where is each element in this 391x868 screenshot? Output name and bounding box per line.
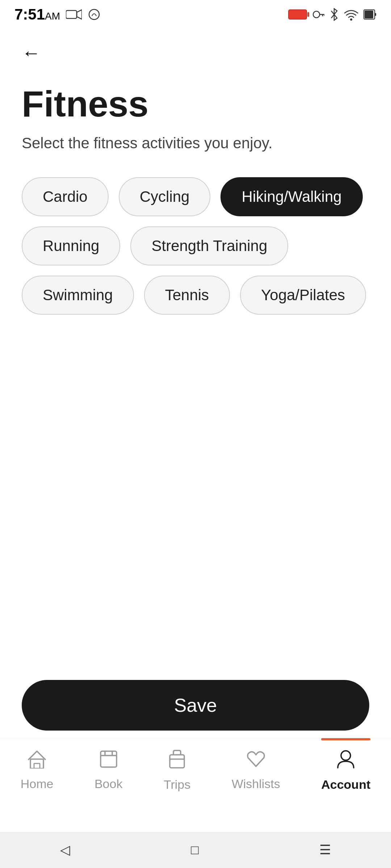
status-left: 7:51AM [14,6,101,23]
status-bar: 7:51AM [0,0,391,29]
activity-tags: CardioCyclingHiking/WalkingRunningStreng… [22,177,369,315]
wifi-icon [344,8,358,21]
svg-rect-3 [289,10,307,19]
camera-icon [66,9,82,20]
account-nav-icon [336,749,355,774]
svg-point-8 [350,18,352,21]
activity-tag-swimming[interactable]: Swimming [22,276,134,315]
system-nav: ◁ □ ☰ [0,832,391,868]
svg-rect-18 [170,755,184,768]
book-nav-label: Book [94,777,123,791]
nav-header: ← [0,29,391,69]
activity-tag-cycling[interactable]: Cycling [119,177,211,216]
page-title: Fitness [22,84,369,124]
bottom-nav: HomeBookTripsWishlistsAccount [0,738,391,832]
system-back-button[interactable]: ◁ [60,842,70,858]
nav-item-book[interactable]: Book [94,749,123,791]
svg-point-4 [313,11,320,18]
main-content: Fitness Select the fitness activities yo… [0,69,391,329]
wishlists-nav-label: Wishlists [232,777,280,791]
nav-item-trips[interactable]: Trips [164,749,190,792]
svg-rect-10 [365,10,373,18]
battery-icon [288,9,307,20]
svg-rect-0 [66,10,77,18]
svg-rect-14 [101,751,117,767]
home-nav-label: Home [21,777,54,791]
home-nav-icon [27,749,47,773]
nav-item-account[interactable]: Account [321,749,370,792]
activity-tag-yoga[interactable]: Yoga/Pilates [240,276,366,315]
account-nav-label: Account [321,778,370,792]
svg-point-2 [89,9,99,20]
page-subtitle: Select the fitness activities you enjoy. [22,135,369,152]
trips-nav-icon [168,749,186,774]
status-right [288,8,377,21]
activity-tag-cardio[interactable]: Cardio [22,177,109,216]
device-battery-icon [363,8,377,21]
nav-item-wishlists[interactable]: Wishlists [232,749,280,791]
status-time: 7:51AM [14,6,60,23]
svg-rect-11 [375,13,376,16]
book-nav-icon [99,749,118,773]
svg-rect-13 [34,763,40,769]
svg-point-20 [341,751,350,760]
key-icon [312,8,324,21]
activity-tag-running[interactable]: Running [22,226,120,265]
gesture-icon [88,8,101,21]
activity-tag-strength[interactable]: Strength Training [130,226,288,265]
trips-nav-label: Trips [164,778,190,792]
svg-marker-1 [77,10,82,19]
wishlists-nav-icon [246,749,266,773]
save-button[interactable]: Save [22,680,369,731]
system-menu-button[interactable]: ☰ [319,842,331,858]
save-area: Save [0,680,391,731]
system-home-button[interactable]: □ [191,842,199,858]
bluetooth-icon [329,8,339,21]
activity-tag-hiking[interactable]: Hiking/Walking [220,177,362,216]
nav-item-home[interactable]: Home [21,749,54,791]
back-button[interactable]: ← [22,42,41,63]
activity-tag-tennis[interactable]: Tennis [144,276,230,315]
